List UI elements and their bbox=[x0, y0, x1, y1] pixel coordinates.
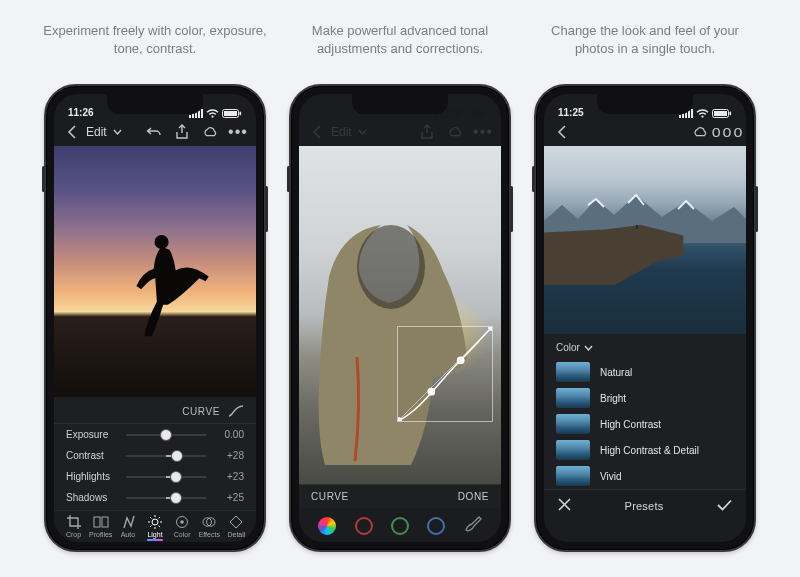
svg-point-5 bbox=[211, 116, 213, 118]
phone-frame: 11:25 ooo bbox=[534, 84, 756, 552]
share-icon[interactable] bbox=[174, 124, 190, 140]
tool-auto[interactable]: Auto bbox=[114, 515, 141, 538]
curve-label[interactable]: CURVE bbox=[182, 406, 220, 417]
svg-line-17 bbox=[150, 517, 151, 518]
notch bbox=[107, 94, 203, 114]
back-icon[interactable] bbox=[554, 124, 570, 140]
svg-rect-10 bbox=[94, 517, 100, 527]
curve-footer: CURVE DONE bbox=[299, 484, 501, 508]
battery-icon bbox=[712, 109, 732, 118]
svg-rect-33 bbox=[485, 112, 487, 116]
edit-header: Edit ••• bbox=[299, 120, 501, 146]
slider-highlights[interactable]: Highlights +23 bbox=[54, 466, 256, 487]
confirm-icon[interactable] bbox=[717, 499, 732, 513]
photo-preview[interactable] bbox=[54, 146, 256, 397]
tool-effects[interactable]: Effects bbox=[196, 515, 223, 538]
preset-group-label[interactable]: Color bbox=[556, 342, 580, 353]
chevron-down-icon[interactable] bbox=[113, 124, 129, 140]
svg-rect-47 bbox=[714, 111, 727, 116]
svg-point-30 bbox=[456, 116, 458, 118]
svg-rect-0 bbox=[189, 115, 191, 118]
more-icon[interactable]: ••• bbox=[475, 124, 491, 140]
svg-rect-48 bbox=[730, 112, 732, 116]
photo-preview[interactable] bbox=[544, 146, 746, 334]
preset-item[interactable]: Bright bbox=[544, 385, 746, 411]
preset-thumb bbox=[556, 362, 590, 382]
svg-rect-28 bbox=[443, 111, 445, 119]
wifi-icon bbox=[206, 109, 219, 118]
edit-label[interactable]: Edit bbox=[331, 125, 352, 139]
preset-footer: Presets bbox=[544, 489, 746, 519]
tool-light[interactable]: Light bbox=[141, 515, 168, 538]
channel-row bbox=[299, 508, 501, 542]
photo-preview[interactable] bbox=[299, 146, 501, 484]
cloud-icon[interactable] bbox=[202, 124, 218, 140]
channel-green[interactable] bbox=[391, 517, 409, 535]
cloud-icon[interactable] bbox=[692, 124, 708, 140]
svg-rect-8 bbox=[240, 112, 242, 116]
more-icon[interactable]: ••• bbox=[230, 124, 246, 140]
undo-icon[interactable] bbox=[146, 124, 162, 140]
phone-frame: 11:26 bbox=[44, 84, 266, 552]
preset-panel: Color Natural Bright High Contrast High … bbox=[544, 334, 746, 489]
back-icon[interactable] bbox=[309, 124, 325, 140]
tool-detail[interactable]: Detail bbox=[223, 515, 250, 538]
tool-profiles[interactable]: Profiles bbox=[87, 515, 114, 538]
preset-thumb bbox=[556, 466, 590, 486]
done-button[interactable]: DONE bbox=[458, 491, 489, 502]
presets-title: Presets bbox=[625, 500, 664, 512]
more-icon[interactable]: ooo bbox=[720, 124, 736, 140]
edit-label[interactable]: Edit bbox=[86, 125, 107, 139]
preset-item[interactable]: Vivid bbox=[544, 463, 746, 489]
channel-rgb[interactable] bbox=[318, 517, 336, 535]
svg-rect-29 bbox=[446, 109, 448, 118]
shadows-label: Shadows bbox=[66, 492, 118, 503]
svg-rect-40 bbox=[679, 115, 681, 118]
notch bbox=[597, 94, 693, 114]
adjust-panel: CURVE Exposure 0.00 Contrast +28 bbox=[54, 397, 256, 510]
close-icon[interactable] bbox=[558, 498, 571, 513]
cloud-icon[interactable] bbox=[447, 124, 463, 140]
slider-shadows[interactable]: Shadows +25 bbox=[54, 487, 256, 508]
svg-rect-43 bbox=[688, 111, 690, 119]
contrast-value: +28 bbox=[214, 450, 244, 461]
svg-rect-26 bbox=[437, 114, 439, 119]
channel-red[interactable] bbox=[355, 517, 373, 535]
tone-curve-overlay[interactable] bbox=[397, 326, 493, 422]
svg-rect-41 bbox=[682, 114, 684, 119]
svg-rect-4 bbox=[201, 109, 203, 118]
caption-1: Experiment freely with color, exposure, … bbox=[40, 22, 270, 58]
svg-point-37 bbox=[427, 388, 435, 396]
brush-icon[interactable] bbox=[464, 516, 482, 536]
highlights-label: Highlights bbox=[66, 471, 118, 482]
preset-item[interactable]: High Contrast & Detail bbox=[544, 437, 746, 463]
tool-color[interactable]: Color bbox=[169, 515, 196, 538]
slider-exposure[interactable]: Exposure 0.00 bbox=[54, 424, 256, 445]
curve-icon[interactable] bbox=[228, 403, 244, 419]
share-icon[interactable] bbox=[419, 124, 435, 140]
svg-line-20 bbox=[159, 517, 160, 518]
back-icon[interactable] bbox=[64, 124, 80, 140]
svg-rect-25 bbox=[434, 115, 436, 118]
chevron-down-icon[interactable] bbox=[358, 124, 374, 140]
chevron-down-icon[interactable] bbox=[584, 342, 593, 353]
tool-crop[interactable]: Crop bbox=[60, 515, 87, 538]
svg-point-45 bbox=[701, 116, 703, 118]
preset-item[interactable]: Natural bbox=[544, 359, 746, 385]
slider-contrast[interactable]: Contrast +28 bbox=[54, 445, 256, 466]
status-time: 11:25 bbox=[558, 107, 584, 118]
edit-header: Edit bbox=[54, 120, 256, 146]
preset-item[interactable]: High Contrast bbox=[544, 411, 746, 437]
cliff bbox=[544, 225, 685, 285]
notch bbox=[352, 94, 448, 114]
edit-header: ooo bbox=[544, 120, 746, 146]
preset-thumb bbox=[556, 414, 590, 434]
svg-point-22 bbox=[180, 520, 184, 524]
tool-strip: Crop Profiles Auto Light Color Effects D… bbox=[54, 510, 256, 542]
svg-rect-50 bbox=[636, 225, 638, 229]
channel-blue[interactable] bbox=[427, 517, 445, 535]
status-time: 11:26 bbox=[68, 107, 94, 118]
curve-label: CURVE bbox=[311, 491, 349, 502]
svg-rect-7 bbox=[224, 111, 237, 116]
preset-thumb bbox=[556, 440, 590, 460]
